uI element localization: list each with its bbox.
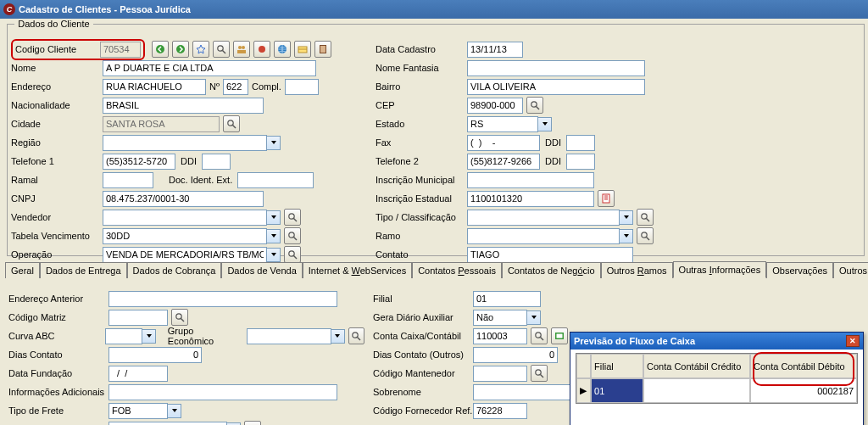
doc-ident-field[interactable] (237, 172, 314, 188)
insc-est-action-icon[interactable] (598, 190, 615, 207)
tabela-venc-field[interactable] (103, 228, 267, 244)
filial-field[interactable] (473, 291, 541, 307)
regiao-dropdown-icon[interactable] (267, 136, 281, 150)
ramal-field[interactable] (103, 172, 153, 188)
ramo-dropdown-icon[interactable] (620, 229, 633, 243)
tabela-venc-dropdown-icon[interactable] (267, 229, 281, 243)
grid-col-filial[interactable]: Filial (591, 354, 643, 378)
ramo-lookup-icon[interactable] (637, 227, 654, 244)
vendedor-dropdown-icon[interactable] (267, 210, 281, 225)
favorite-icon[interactable] (192, 41, 209, 58)
curva-abc-dropdown-icon[interactable] (142, 329, 156, 344)
grupo-econ-label: Grupo Econômico (168, 326, 240, 346)
grid-col-debito[interactable]: Conta Contábil Débito (750, 354, 857, 378)
cod-forn-field[interactable] (473, 403, 527, 419)
data-cadastro-field[interactable] (467, 42, 523, 58)
tipo-frete-dropdown-icon[interactable] (168, 404, 181, 418)
grid-cell-credito[interactable] (643, 378, 750, 403)
tab-contatos-negocio[interactable]: Contatos de Negócio (502, 262, 601, 278)
tipo-class-dropdown-icon[interactable] (620, 210, 633, 225)
subramo-dropdown-icon[interactable] (227, 422, 241, 426)
vendedor-field[interactable] (103, 210, 267, 226)
nome-field[interactable] (103, 60, 316, 76)
tab-dados-entrega[interactable]: Dados de Entrega (40, 262, 127, 278)
card-icon[interactable] (294, 41, 311, 58)
popup-close-icon[interactable]: ✕ (846, 335, 860, 347)
cidade-field[interactable] (103, 116, 220, 132)
cod-mant-lookup-icon[interactable] (531, 365, 548, 382)
dias-outros-field[interactable] (473, 347, 558, 363)
tabela-venc-lookup-icon[interactable] (284, 227, 301, 244)
grupo-econ-lookup-icon[interactable] (348, 327, 364, 344)
bairro-field[interactable] (467, 79, 645, 95)
end-anterior-label: Endereço Anterior (8, 294, 108, 304)
grupo-econ-dropdown-icon[interactable] (331, 329, 345, 344)
tipo-class-field[interactable] (467, 210, 620, 226)
tab-outros-ramos[interactable]: Outros Ramos (601, 262, 673, 278)
estado-dropdown-icon[interactable] (538, 117, 552, 131)
tab-dados-cobranca[interactable]: Dados de Cobrança (127, 262, 222, 278)
gera-diario-dropdown-icon[interactable] (527, 310, 541, 325)
cep-field[interactable] (467, 98, 523, 114)
grid-cell-filial[interactable]: 01 (591, 378, 643, 403)
next-icon[interactable] (172, 41, 189, 58)
codigo-cliente-field[interactable] (100, 42, 141, 58)
tipo-frete-field[interactable] (108, 403, 168, 419)
compl-field[interactable] (285, 79, 319, 95)
tab-internet-webservices[interactable]: Internet & WebServices (303, 262, 412, 278)
tab-observacoes[interactable]: Observações (766, 262, 833, 278)
cidade-lookup-icon[interactable] (223, 115, 240, 132)
grid-col-credito[interactable]: Conta Contábil Crédito (643, 354, 750, 378)
notes-icon[interactable] (314, 41, 331, 58)
vendedor-lookup-icon[interactable] (284, 209, 301, 226)
data-fund-field[interactable] (108, 366, 168, 382)
search-icon[interactable] (213, 41, 230, 58)
nome-fantasia-field[interactable] (467, 60, 645, 76)
tab-outros-contatos-negocio[interactable]: Outros Contatos de Negócio (833, 262, 868, 278)
conta-caixa-field[interactable] (473, 328, 527, 344)
grupo-econ-field[interactable] (247, 328, 331, 344)
tab-outras-informacoes[interactable]: Outras Informações (673, 261, 767, 278)
prev-icon[interactable] (152, 41, 169, 58)
telefone2-field[interactable] (467, 154, 540, 170)
ddi1-field[interactable] (202, 154, 231, 170)
ramo-field[interactable] (467, 228, 620, 244)
tab-dados-venda[interactable]: Dados de Venda (221, 262, 302, 278)
cod-mant-field[interactable] (473, 366, 527, 382)
fax-field[interactable] (467, 135, 540, 151)
ddi2-field[interactable] (566, 154, 595, 170)
people-icon[interactable] (233, 41, 250, 58)
conta-caixa-lookup-icon[interactable] (531, 327, 548, 344)
globe-icon[interactable] (274, 41, 291, 58)
gera-diario-field[interactable] (473, 310, 527, 326)
subramo-lookup-icon[interactable] (244, 421, 261, 425)
curva-abc-field[interactable] (105, 328, 142, 344)
telefone1-field[interactable] (103, 154, 175, 170)
conta-caixa-extra-icon[interactable] (551, 327, 568, 344)
fax-ddi-field[interactable] (566, 135, 595, 151)
info-adic-field[interactable] (108, 384, 337, 400)
tab-contatos-pessoais[interactable]: Contatos Pessoais (412, 262, 502, 278)
estado-field[interactable] (467, 116, 538, 132)
insc-est-field[interactable] (467, 191, 594, 207)
subramo-field[interactable] (108, 422, 227, 426)
dias-contato-field[interactable] (108, 347, 202, 363)
endereco-field[interactable] (103, 79, 206, 95)
insc-mun-field[interactable] (467, 172, 594, 188)
cod-matriz-lookup-icon[interactable] (171, 309, 188, 326)
numero-field[interactable] (223, 79, 248, 95)
red-bullet-icon[interactable] (253, 41, 270, 58)
popup-grid[interactable]: Filial Conta Contábil Crédito Conta Cont… (576, 353, 858, 404)
grid-data-row[interactable]: ▶ 01 0002187 (576, 378, 857, 403)
regiao-field[interactable] (103, 135, 267, 151)
grid-cell-debito[interactable]: 0002187 (750, 378, 857, 403)
nacionalidade-field[interactable] (103, 98, 264, 114)
popup-titlebar[interactable]: Previsão do Fluxo de Caixa ✕ (570, 333, 863, 350)
tipo-class-lookup-icon[interactable] (637, 209, 654, 226)
tab-geral[interactable]: Geral (5, 262, 40, 278)
end-anterior-field[interactable] (108, 291, 337, 307)
cod-matriz-field[interactable] (108, 310, 168, 326)
telefone1-label: Telefone 1 (11, 156, 103, 166)
cnpj-field[interactable] (103, 191, 264, 207)
cep-lookup-icon[interactable] (526, 97, 543, 114)
